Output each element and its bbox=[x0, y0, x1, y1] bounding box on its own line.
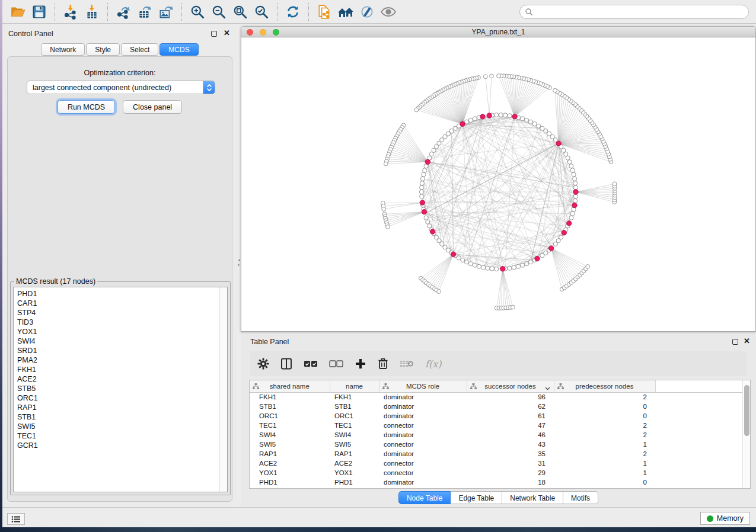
table-row[interactable]: ACE2ACE2connector311 bbox=[250, 459, 743, 468]
mcds-result-item[interactable]: SWI5 bbox=[17, 422, 227, 431]
network-node[interactable] bbox=[567, 160, 572, 164]
table-cell[interactable]: YOX1 bbox=[330, 468, 379, 477]
network-node[interactable] bbox=[572, 177, 576, 181]
function-builder-icon[interactable]: f(x) bbox=[425, 358, 441, 370]
network-node[interactable] bbox=[428, 224, 432, 228]
tab-motifs[interactable]: Motifs bbox=[563, 491, 598, 504]
table-row[interactable]: RAP1RAP1dominator352 bbox=[250, 449, 743, 459]
network-node[interactable] bbox=[386, 225, 390, 229]
save-icon[interactable] bbox=[30, 3, 48, 21]
table-row[interactable]: TEC1TEC1connector472 bbox=[250, 421, 743, 430]
table-cell[interactable]: RAP1 bbox=[330, 449, 379, 459]
table-cell[interactable]: 1 bbox=[554, 468, 655, 477]
tab-mcds[interactable]: MCDS bbox=[160, 43, 198, 56]
mcds-hub-node[interactable] bbox=[562, 230, 566, 235]
network-node[interactable] bbox=[528, 120, 532, 124]
mcds-result-item[interactable]: RAP1 bbox=[17, 403, 227, 412]
table-cell[interactable]: FKH1 bbox=[250, 392, 330, 402]
clone-network-icon[interactable] bbox=[315, 3, 333, 21]
close-panel-icon[interactable]: ✕ bbox=[744, 336, 750, 345]
network-node[interactable] bbox=[490, 74, 494, 78]
export-image-icon[interactable] bbox=[157, 3, 175, 21]
tab-node-table[interactable]: Node Table bbox=[398, 491, 451, 504]
table-row[interactable]: STB1STB1dominator620 bbox=[250, 402, 743, 411]
table-cell[interactable]: 1 bbox=[554, 459, 655, 468]
table-scrollbar[interactable] bbox=[742, 380, 750, 488]
zoom-in-icon[interactable] bbox=[189, 3, 206, 21]
table-cell[interactable]: 46 bbox=[467, 430, 554, 440]
import-table-icon[interactable] bbox=[83, 3, 101, 21]
table-cell[interactable]: 18 bbox=[467, 477, 554, 487]
tab-select[interactable]: Select bbox=[121, 43, 158, 56]
network-node[interactable] bbox=[586, 265, 590, 269]
network-node[interactable] bbox=[521, 263, 525, 267]
network-node[interactable] bbox=[573, 198, 578, 203]
network-node[interactable] bbox=[573, 181, 578, 185]
network-node[interactable] bbox=[512, 265, 516, 270]
network-node[interactable] bbox=[483, 75, 487, 79]
delete-table-icon[interactable] bbox=[400, 359, 414, 368]
table-cell[interactable]: connector bbox=[379, 468, 467, 477]
mcds-result-item[interactable]: GCR1 bbox=[17, 441, 227, 450]
network-node[interactable] bbox=[564, 152, 568, 156]
network-node[interactable] bbox=[573, 185, 578, 190]
network-node[interactable] bbox=[382, 207, 386, 211]
column-header-successor-nodes[interactable]: successor nodes bbox=[467, 380, 554, 392]
table-cell[interactable]: 62 bbox=[467, 402, 554, 411]
network-canvas[interactable] bbox=[241, 38, 756, 332]
network-node[interactable] bbox=[497, 74, 501, 78]
mcds-hub-node[interactable] bbox=[487, 113, 492, 118]
table-cell[interactable]: dominator bbox=[379, 402, 467, 411]
show-hide-eye-icon[interactable] bbox=[379, 3, 397, 21]
table-cell[interactable]: dominator bbox=[379, 430, 467, 440]
network-node[interactable] bbox=[613, 182, 617, 186]
network-node[interactable] bbox=[420, 177, 425, 181]
close-panel-icon[interactable]: ✕ bbox=[224, 28, 230, 37]
mcds-hub-node[interactable] bbox=[422, 209, 426, 214]
network-node[interactable] bbox=[461, 258, 465, 262]
table-cell[interactable]: 43 bbox=[467, 440, 554, 449]
import-network-icon[interactable] bbox=[62, 3, 79, 21]
table-cell[interactable]: 1 bbox=[554, 440, 655, 449]
network-node[interactable] bbox=[521, 117, 525, 121]
table-cell[interactable]: PHD1 bbox=[330, 477, 379, 487]
network-node[interactable] bbox=[486, 266, 490, 270]
network-node[interactable] bbox=[419, 190, 423, 194]
table-cell[interactable]: 61 bbox=[467, 411, 554, 421]
network-node[interactable] bbox=[572, 172, 576, 177]
mcds-result-item[interactable]: ACE2 bbox=[17, 374, 227, 384]
table-row[interactable]: SWI5SWI5connector431 bbox=[250, 440, 743, 449]
table-cell[interactable]: SWI5 bbox=[250, 440, 330, 449]
table-cell[interactable]: 96 bbox=[467, 392, 554, 402]
table-cell[interactable]: 2 bbox=[554, 430, 655, 440]
network-node[interactable] bbox=[424, 216, 428, 220]
network-node[interactable] bbox=[481, 265, 486, 270]
network-node[interactable] bbox=[473, 263, 477, 267]
mcds-hub-node[interactable] bbox=[556, 141, 561, 146]
mcds-hub-node[interactable] bbox=[430, 229, 435, 234]
table-cell[interactable]: PHD1 bbox=[250, 477, 330, 487]
network-node[interactable] bbox=[532, 121, 537, 126]
mcds-result-item[interactable]: PHD1 bbox=[17, 289, 227, 299]
zoom-out-icon[interactable] bbox=[210, 3, 228, 21]
mcds-hub-node[interactable] bbox=[567, 221, 572, 226]
network-node[interactable] bbox=[437, 290, 441, 294]
network-node[interactable] bbox=[511, 305, 515, 309]
mcds-result-item[interactable]: STP4 bbox=[17, 308, 227, 318]
mcds-result-item[interactable]: YOX1 bbox=[17, 327, 227, 336]
table-cell[interactable]: 0 bbox=[554, 411, 655, 421]
tab-style[interactable]: Style bbox=[86, 43, 120, 56]
float-panel-icon[interactable] bbox=[211, 31, 217, 37]
zoom-selected-icon[interactable] bbox=[253, 3, 270, 21]
network-node[interactable] bbox=[525, 118, 529, 122]
export-table-icon[interactable] bbox=[136, 3, 154, 21]
network-node[interactable] bbox=[570, 168, 575, 172]
table-cell[interactable]: STB1 bbox=[330, 402, 379, 411]
mcds-result-item[interactable]: FKH1 bbox=[17, 365, 227, 374]
table-cell[interactable]: SWI4 bbox=[330, 430, 379, 440]
network-node[interactable] bbox=[468, 262, 473, 266]
export-network-icon[interactable] bbox=[114, 3, 132, 21]
table-cell[interactable]: connector bbox=[379, 440, 467, 449]
network-node[interactable] bbox=[384, 162, 388, 166]
network-node[interactable] bbox=[573, 194, 578, 198]
